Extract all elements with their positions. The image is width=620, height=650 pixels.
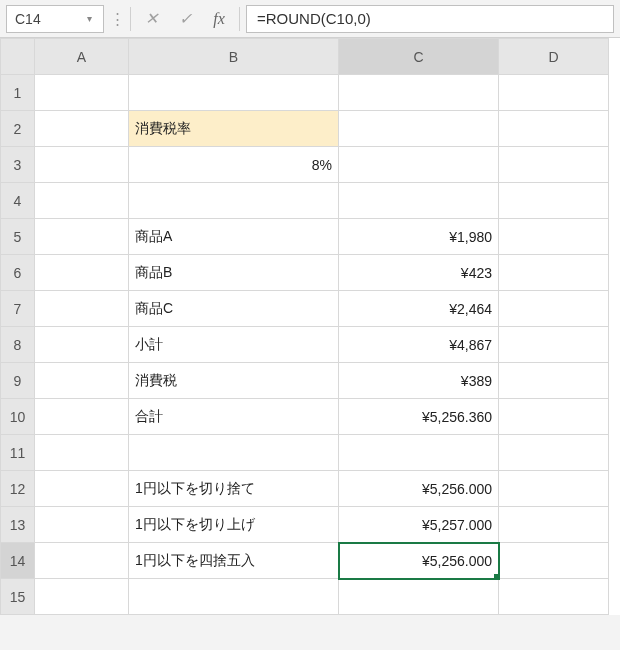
cell-a2[interactable] — [35, 111, 129, 147]
cell-c14[interactable]: ¥5,256.000 — [339, 543, 499, 579]
cell-d10[interactable] — [499, 399, 609, 435]
fx-icon[interactable]: fx — [205, 5, 233, 33]
cell-b8[interactable]: 小計 — [129, 327, 339, 363]
cell-d4[interactable] — [499, 183, 609, 219]
cell-c11[interactable] — [339, 435, 499, 471]
cell-a11[interactable] — [35, 435, 129, 471]
cell-c4[interactable] — [339, 183, 499, 219]
cell-d5[interactable] — [499, 219, 609, 255]
row-header-10[interactable]: 10 — [1, 399, 35, 435]
enter-icon[interactable]: ✓ — [171, 5, 199, 33]
cell-d11[interactable] — [499, 435, 609, 471]
row-header-12[interactable]: 12 — [1, 471, 35, 507]
cell-b6[interactable]: 商品B — [129, 255, 339, 291]
cell-b2[interactable]: 消費税率 — [129, 111, 339, 147]
cell-a3[interactable] — [35, 147, 129, 183]
cell-d13[interactable] — [499, 507, 609, 543]
cell-d6[interactable] — [499, 255, 609, 291]
cell-d3[interactable] — [499, 147, 609, 183]
cell-a5[interactable] — [35, 219, 129, 255]
col-header-b[interactable]: B — [129, 39, 339, 75]
cell-b10[interactable]: 合計 — [129, 399, 339, 435]
cancel-icon[interactable]: ✕ — [137, 5, 165, 33]
cell-a4[interactable] — [35, 183, 129, 219]
cell-d2[interactable] — [499, 111, 609, 147]
formula-input[interactable]: =ROUND(C10,0) — [246, 5, 614, 33]
cell-d15[interactable] — [499, 579, 609, 615]
select-all-corner[interactable] — [1, 39, 35, 75]
row-header-4[interactable]: 4 — [1, 183, 35, 219]
cell-b9[interactable]: 消費税 — [129, 363, 339, 399]
cell-d1[interactable] — [499, 75, 609, 111]
cell-c12[interactable]: ¥5,256.000 — [339, 471, 499, 507]
cell-b11[interactable] — [129, 435, 339, 471]
cell-c7[interactable]: ¥2,464 — [339, 291, 499, 327]
divider — [130, 7, 131, 31]
cell-a8[interactable] — [35, 327, 129, 363]
cell-a9[interactable] — [35, 363, 129, 399]
cell-c6[interactable]: ¥423 — [339, 255, 499, 291]
spreadsheet-grid[interactable]: A B C D 1 2 消費税率 3 8% 4 5 商品A ¥1,980 — [0, 38, 620, 615]
cell-c15[interactable] — [339, 579, 499, 615]
cell-b14[interactable]: 1円以下を四捨五入 — [129, 543, 339, 579]
cell-c1[interactable] — [339, 75, 499, 111]
cell-c13[interactable]: ¥5,257.000 — [339, 507, 499, 543]
col-header-d[interactable]: D — [499, 39, 609, 75]
row-header-5[interactable]: 5 — [1, 219, 35, 255]
cell-a13[interactable] — [35, 507, 129, 543]
row-header-13[interactable]: 13 — [1, 507, 35, 543]
resizer-dots-icon: ⋮ — [110, 15, 124, 23]
cell-b7[interactable]: 商品C — [129, 291, 339, 327]
cell-d9[interactable] — [499, 363, 609, 399]
cell-c3[interactable] — [339, 147, 499, 183]
cell-a6[interactable] — [35, 255, 129, 291]
cell-b3[interactable]: 8% — [129, 147, 339, 183]
cell-b1[interactable] — [129, 75, 339, 111]
cell-d8[interactable] — [499, 327, 609, 363]
cell-a7[interactable] — [35, 291, 129, 327]
name-box[interactable]: C14 ▾ — [6, 5, 104, 33]
row-header-15[interactable]: 15 — [1, 579, 35, 615]
cell-b4[interactable] — [129, 183, 339, 219]
cell-a12[interactable] — [35, 471, 129, 507]
divider — [239, 7, 240, 31]
cell-b13[interactable]: 1円以下を切り上げ — [129, 507, 339, 543]
formula-bar: C14 ▾ ⋮ ✕ ✓ fx =ROUND(C10,0) — [0, 0, 620, 38]
row-header-11[interactable]: 11 — [1, 435, 35, 471]
cell-a10[interactable] — [35, 399, 129, 435]
col-header-a[interactable]: A — [35, 39, 129, 75]
row-header-6[interactable]: 6 — [1, 255, 35, 291]
row-header-1[interactable]: 1 — [1, 75, 35, 111]
row-header-8[interactable]: 8 — [1, 327, 35, 363]
row-header-14[interactable]: 14 — [1, 543, 35, 579]
name-box-value: C14 — [15, 11, 41, 27]
cell-c9[interactable]: ¥389 — [339, 363, 499, 399]
col-header-c[interactable]: C — [339, 39, 499, 75]
cell-c5[interactable]: ¥1,980 — [339, 219, 499, 255]
cell-a14[interactable] — [35, 543, 129, 579]
cell-c10[interactable]: ¥5,256.360 — [339, 399, 499, 435]
chevron-down-icon[interactable]: ▾ — [83, 13, 95, 24]
cell-d7[interactable] — [499, 291, 609, 327]
cell-b5[interactable]: 商品A — [129, 219, 339, 255]
cell-c8[interactable]: ¥4,867 — [339, 327, 499, 363]
cell-d14[interactable] — [499, 543, 609, 579]
cell-b12[interactable]: 1円以下を切り捨て — [129, 471, 339, 507]
cell-c2[interactable] — [339, 111, 499, 147]
cell-b15[interactable] — [129, 579, 339, 615]
row-header-3[interactable]: 3 — [1, 147, 35, 183]
cell-d12[interactable] — [499, 471, 609, 507]
row-header-7[interactable]: 7 — [1, 291, 35, 327]
row-header-9[interactable]: 9 — [1, 363, 35, 399]
row-header-2[interactable]: 2 — [1, 111, 35, 147]
cell-a15[interactable] — [35, 579, 129, 615]
formula-text: =ROUND(C10,0) — [257, 10, 371, 27]
cell-a1[interactable] — [35, 75, 129, 111]
